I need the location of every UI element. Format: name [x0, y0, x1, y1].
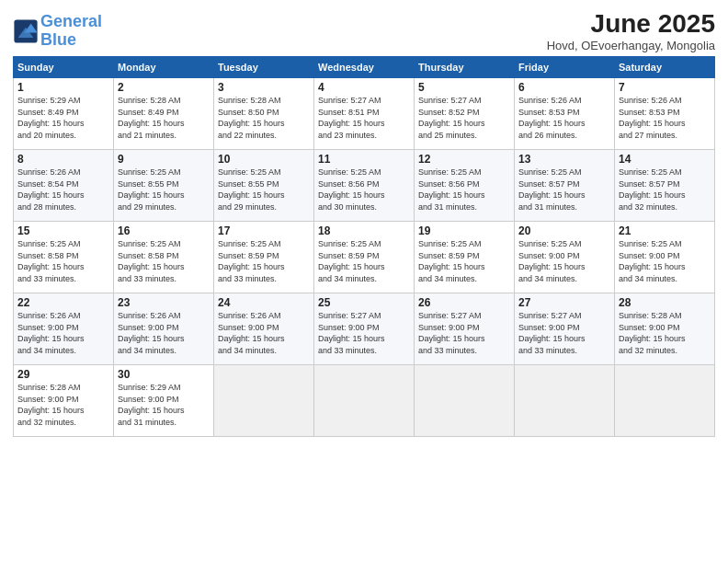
- calendar-cell: [415, 365, 515, 437]
- calendar-cell: 15Sunrise: 5:25 AM Sunset: 8:58 PM Dayli…: [14, 222, 114, 293]
- day-info: Sunrise: 5:25 AM Sunset: 8:59 PM Dayligh…: [318, 238, 410, 284]
- day-number: 27: [518, 296, 610, 309]
- day-number: 22: [17, 296, 109, 309]
- day-number: 14: [619, 153, 711, 166]
- logo: General Blue: [13, 13, 102, 50]
- day-info: Sunrise: 5:26 AM Sunset: 9:00 PM Dayligh…: [118, 310, 210, 356]
- day-info: Sunrise: 5:27 AM Sunset: 8:51 PM Dayligh…: [318, 95, 410, 141]
- day-info: Sunrise: 5:25 AM Sunset: 9:00 PM Dayligh…: [619, 238, 711, 284]
- day-info: Sunrise: 5:27 AM Sunset: 8:52 PM Dayligh…: [418, 95, 510, 141]
- calendar-cell: 17Sunrise: 5:25 AM Sunset: 8:59 PM Dayli…: [214, 222, 314, 293]
- day-info: Sunrise: 5:25 AM Sunset: 8:57 PM Dayligh…: [518, 167, 610, 213]
- day-info: Sunrise: 5:25 AM Sunset: 8:55 PM Dayligh…: [118, 167, 210, 213]
- calendar-cell: 24Sunrise: 5:26 AM Sunset: 9:00 PM Dayli…: [214, 293, 314, 365]
- calendar-cell: 2Sunrise: 5:28 AM Sunset: 8:49 PM Daylig…: [114, 78, 214, 150]
- calendar-cell: 19Sunrise: 5:25 AM Sunset: 8:59 PM Dayli…: [415, 222, 515, 293]
- subtitle: Hovd, OEvoerhangay, Mongolia: [547, 39, 715, 52]
- calendar-cell: 13Sunrise: 5:25 AM Sunset: 8:57 PM Dayli…: [515, 150, 615, 222]
- day-number: 21: [619, 224, 711, 237]
- title-block: June 2025 Hovd, OEvoerhangay, Mongolia: [547, 9, 715, 52]
- day-info: Sunrise: 5:25 AM Sunset: 8:58 PM Dayligh…: [17, 238, 109, 284]
- logo-text: General Blue: [40, 13, 102, 50]
- calendar-week-row: 8Sunrise: 5:26 AM Sunset: 8:54 PM Daylig…: [14, 150, 715, 222]
- calendar-header-tuesday: Tuesday: [214, 57, 314, 78]
- calendar-cell: 12Sunrise: 5:25 AM Sunset: 8:56 PM Dayli…: [415, 150, 515, 222]
- day-info: Sunrise: 5:25 AM Sunset: 9:00 PM Dayligh…: [518, 238, 610, 284]
- day-info: Sunrise: 5:29 AM Sunset: 8:49 PM Dayligh…: [17, 95, 109, 141]
- day-number: 12: [418, 153, 510, 166]
- calendar-header-friday: Friday: [515, 57, 615, 78]
- calendar-header-monday: Monday: [114, 57, 214, 78]
- day-info: Sunrise: 5:25 AM Sunset: 8:55 PM Dayligh…: [218, 167, 310, 213]
- calendar-cell: [214, 365, 314, 437]
- day-number: 2: [118, 81, 210, 94]
- calendar-cell: [615, 365, 715, 437]
- day-number: 8: [17, 153, 109, 166]
- day-info: Sunrise: 5:25 AM Sunset: 8:56 PM Dayligh…: [418, 167, 510, 213]
- day-info: Sunrise: 5:25 AM Sunset: 8:59 PM Dayligh…: [418, 238, 510, 284]
- day-number: 10: [218, 153, 310, 166]
- calendar-header-saturday: Saturday: [615, 57, 715, 78]
- day-number: 28: [619, 296, 711, 309]
- day-info: Sunrise: 5:25 AM Sunset: 8:59 PM Dayligh…: [218, 238, 310, 284]
- calendar-cell: 16Sunrise: 5:25 AM Sunset: 8:58 PM Dayli…: [114, 222, 214, 293]
- day-number: 29: [17, 368, 109, 381]
- day-info: Sunrise: 5:28 AM Sunset: 9:00 PM Dayligh…: [619, 310, 711, 356]
- calendar-header-wednesday: Wednesday: [314, 57, 415, 78]
- day-number: 20: [518, 224, 610, 237]
- day-number: 5: [418, 81, 510, 94]
- page: General Blue June 2025 Hovd, OEvoerhanga…: [0, 0, 728, 563]
- day-number: 30: [118, 368, 210, 381]
- day-number: 1: [17, 81, 109, 94]
- calendar-header-row: SundayMondayTuesdayWednesdayThursdayFrid…: [14, 57, 715, 78]
- day-number: 13: [518, 153, 610, 166]
- calendar-header-sunday: Sunday: [14, 57, 114, 78]
- day-number: 24: [218, 296, 310, 309]
- day-info: Sunrise: 5:27 AM Sunset: 9:00 PM Dayligh…: [318, 310, 410, 356]
- day-number: 15: [17, 224, 109, 237]
- header: General Blue June 2025 Hovd, OEvoerhanga…: [13, 9, 715, 52]
- calendar-cell: 30Sunrise: 5:29 AM Sunset: 9:00 PM Dayli…: [114, 365, 214, 437]
- calendar-cell: [515, 365, 615, 437]
- calendar-cell: 18Sunrise: 5:25 AM Sunset: 8:59 PM Dayli…: [314, 222, 415, 293]
- calendar-cell: 7Sunrise: 5:26 AM Sunset: 8:53 PM Daylig…: [615, 78, 715, 150]
- calendar-week-row: 29Sunrise: 5:28 AM Sunset: 9:00 PM Dayli…: [14, 365, 715, 437]
- calendar-header-thursday: Thursday: [415, 57, 515, 78]
- day-info: Sunrise: 5:28 AM Sunset: 9:00 PM Dayligh…: [17, 382, 109, 428]
- day-number: 25: [318, 296, 410, 309]
- calendar-cell: 21Sunrise: 5:25 AM Sunset: 9:00 PM Dayli…: [615, 222, 715, 293]
- calendar-cell: 9Sunrise: 5:25 AM Sunset: 8:55 PM Daylig…: [114, 150, 214, 222]
- day-number: 16: [118, 224, 210, 237]
- day-info: Sunrise: 5:26 AM Sunset: 8:54 PM Dayligh…: [17, 167, 109, 213]
- calendar-cell: 20Sunrise: 5:25 AM Sunset: 9:00 PM Dayli…: [515, 222, 615, 293]
- calendar-cell: 25Sunrise: 5:27 AM Sunset: 9:00 PM Dayli…: [314, 293, 415, 365]
- calendar-cell: 28Sunrise: 5:28 AM Sunset: 9:00 PM Dayli…: [615, 293, 715, 365]
- calendar-cell: 29Sunrise: 5:28 AM Sunset: 9:00 PM Dayli…: [14, 365, 114, 437]
- day-number: 7: [619, 81, 711, 94]
- day-info: Sunrise: 5:26 AM Sunset: 9:00 PM Dayligh…: [17, 310, 109, 356]
- calendar-table: SundayMondayTuesdayWednesdayThursdayFrid…: [13, 56, 715, 437]
- logo-icon: [13, 18, 39, 44]
- day-number: 6: [518, 81, 610, 94]
- day-info: Sunrise: 5:26 AM Sunset: 8:53 PM Dayligh…: [619, 95, 711, 141]
- calendar-cell: 5Sunrise: 5:27 AM Sunset: 8:52 PM Daylig…: [415, 78, 515, 150]
- day-number: 17: [218, 224, 310, 237]
- calendar-cell: 14Sunrise: 5:25 AM Sunset: 8:57 PM Dayli…: [615, 150, 715, 222]
- calendar-cell: 22Sunrise: 5:26 AM Sunset: 9:00 PM Dayli…: [14, 293, 114, 365]
- day-number: 4: [318, 81, 410, 94]
- calendar-week-row: 1Sunrise: 5:29 AM Sunset: 8:49 PM Daylig…: [14, 78, 715, 150]
- day-number: 3: [218, 81, 310, 94]
- day-number: 11: [318, 153, 410, 166]
- day-info: Sunrise: 5:25 AM Sunset: 8:56 PM Dayligh…: [318, 167, 410, 213]
- day-info: Sunrise: 5:25 AM Sunset: 8:58 PM Dayligh…: [118, 238, 210, 284]
- calendar-cell: 26Sunrise: 5:27 AM Sunset: 9:00 PM Dayli…: [415, 293, 515, 365]
- day-info: Sunrise: 5:28 AM Sunset: 8:49 PM Dayligh…: [118, 95, 210, 141]
- day-info: Sunrise: 5:27 AM Sunset: 9:00 PM Dayligh…: [518, 310, 610, 356]
- calendar-cell: 6Sunrise: 5:26 AM Sunset: 8:53 PM Daylig…: [515, 78, 615, 150]
- calendar-cell: 4Sunrise: 5:27 AM Sunset: 8:51 PM Daylig…: [314, 78, 415, 150]
- day-number: 19: [418, 224, 510, 237]
- day-info: Sunrise: 5:29 AM Sunset: 9:00 PM Dayligh…: [118, 382, 210, 428]
- calendar-cell: 1Sunrise: 5:29 AM Sunset: 8:49 PM Daylig…: [14, 78, 114, 150]
- day-number: 9: [118, 153, 210, 166]
- day-info: Sunrise: 5:28 AM Sunset: 8:50 PM Dayligh…: [218, 95, 310, 141]
